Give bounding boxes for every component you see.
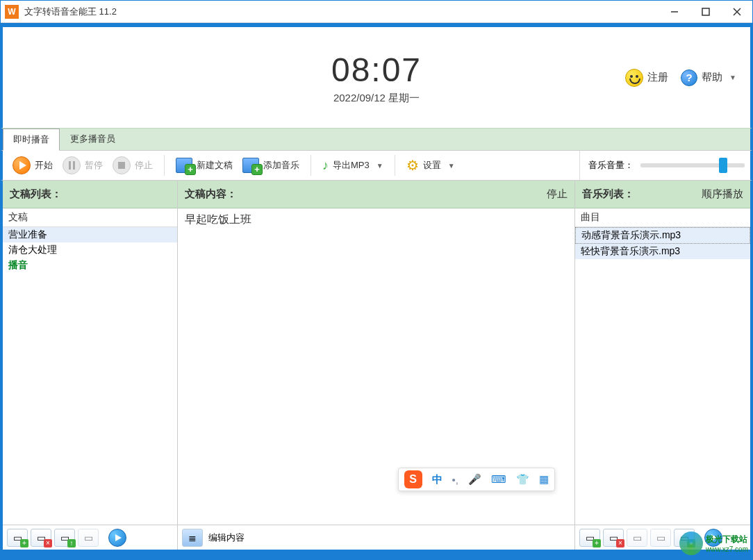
note-icon: ♪: [322, 158, 329, 173]
doc-list-toolbar: ▭+ ▭× ▭↑ ▭: [3, 525, 177, 550]
content-toolbar: ≣ 编辑内容: [178, 525, 574, 550]
content-area[interactable]: 早起吃饭上班 S 中 •, 🎤 ⌨ 👕 ▦: [178, 208, 574, 525]
register-label: 注册: [647, 71, 668, 84]
music-mode[interactable]: 顺序播放: [702, 188, 743, 201]
smiley-icon: [625, 69, 643, 87]
ime-grid-icon[interactable]: ▦: [539, 473, 549, 486]
bottom-border: [1, 550, 752, 559]
export-label: 导出MP3: [333, 159, 370, 172]
doc-col-header[interactable]: 文稿: [3, 208, 177, 227]
content-panel: 文稿内容： 停止 早起吃饭上班 S 中 •, 🎤 ⌨ 👕 ▦ ≣ 编辑内容: [178, 181, 575, 550]
gear-icon: ⚙: [406, 157, 419, 174]
music-toolbar: ▭+ ▭× ▭ ▭ ▭●: [575, 525, 750, 550]
ime-keyboard-icon[interactable]: ⌨: [491, 473, 506, 486]
ime-lang[interactable]: 中: [432, 473, 442, 486]
stop-button[interactable]: 停止: [108, 154, 157, 177]
settings-label: 设置: [423, 159, 441, 172]
chevron-down-icon: ▼: [729, 74, 736, 81]
help-icon: ?: [681, 69, 697, 86]
content-header: 文稿内容： 停止: [178, 181, 574, 208]
music-del-button[interactable]: ▭×: [603, 529, 624, 547]
doc-down-button[interactable]: ▭: [78, 529, 99, 547]
register-button[interactable]: 注册: [625, 69, 668, 87]
content-status: 停止: [547, 188, 568, 201]
list-item[interactable]: 动感背景音乐演示.mp3: [575, 227, 750, 244]
close-button[interactable]: [721, 1, 752, 22]
ime-shirt-icon[interactable]: 👕: [516, 473, 529, 486]
music-add-button[interactable]: ▭+: [579, 529, 600, 547]
clock: 08:07 2022/09/12 星期一: [331, 51, 422, 105]
music-title: 音乐列表：: [582, 188, 634, 201]
list-item[interactable]: 营业准备: [3, 227, 177, 242]
music-play-button[interactable]: [704, 529, 722, 547]
stop-icon: [113, 156, 131, 174]
add-music-icon: [242, 158, 259, 173]
doc-list: 文稿 营业准备 清仓大处理 播音: [3, 208, 177, 525]
help-label: 帮助: [702, 71, 722, 84]
doc-up-button[interactable]: ▭↑: [54, 529, 75, 547]
volume-control: 音乐音量：: [579, 151, 745, 180]
doc-list-title: 文稿列表：: [10, 188, 62, 201]
tab-bar: 即时播音 更多播音员: [1, 128, 752, 150]
minimize-button[interactable]: [659, 1, 690, 22]
pause-button[interactable]: 暂停: [58, 154, 107, 177]
ime-punct-icon[interactable]: •,: [452, 474, 458, 486]
toolbar: 开始 暂停 停止 新建文稿 添加音乐 ♪: [1, 150, 752, 181]
start-button[interactable]: 开始: [8, 154, 57, 177]
doc-list-header: 文稿列表：: [3, 181, 177, 208]
pause-label: 暂停: [85, 159, 103, 172]
svg-rect-1: [702, 8, 709, 15]
new-doc-icon: [176, 158, 192, 173]
volume-label: 音乐音量：: [588, 159, 634, 172]
ime-bar[interactable]: S 中 •, 🎤 ⌨ 👕 ▦: [398, 468, 555, 491]
help-button[interactable]: ? 帮助 ▼: [681, 69, 736, 86]
header: 08:07 2022/09/12 星期一 注册 ? 帮助 ▼: [1, 27, 752, 128]
stop-label: 停止: [135, 159, 153, 172]
export-mp3-button[interactable]: ♪ 导出MP3 ▼: [318, 156, 388, 176]
app-window: W 文字转语音全能王 11.2 08:07 2022/09/12 星期一 注册: [0, 0, 753, 560]
edit-icon[interactable]: ≣: [182, 529, 203, 547]
doc-list-panel: 文稿列表： 文稿 营业准备 清仓大处理 播音 ▭+ ▭× ▭↑ ▭: [3, 181, 178, 550]
list-item[interactable]: 播音: [3, 258, 177, 273]
play-icon: [13, 156, 31, 174]
new-doc-button[interactable]: 新建文稿: [172, 155, 237, 176]
settings-button[interactable]: ⚙ 设置 ▼: [402, 154, 459, 176]
content-text: 早起吃饭上班: [185, 213, 251, 225]
clock-date: 2022/09/12 星期一: [331, 92, 422, 105]
music-header: 音乐列表： 顺序播放: [575, 181, 750, 208]
music-col-header[interactable]: 曲目: [575, 208, 750, 227]
list-item[interactable]: 轻快背景音乐演示.mp3: [575, 244, 750, 259]
music-up-button[interactable]: ▭: [627, 529, 647, 547]
clock-time: 08:07: [331, 51, 422, 89]
content-title: 文稿内容：: [185, 188, 237, 201]
add-music-label: 添加音乐: [263, 159, 299, 172]
pause-icon: [63, 156, 81, 174]
ime-mic-icon[interactable]: 🎤: [468, 473, 481, 486]
maximize-button[interactable]: [690, 1, 721, 22]
doc-del-button[interactable]: ▭×: [31, 529, 51, 547]
chevron-down-icon[interactable]: ▼: [448, 162, 455, 170]
main-panels: 文稿列表： 文稿 营业准备 清仓大处理 播音 ▭+ ▭× ▭↑ ▭ 文稿内容： …: [1, 181, 752, 550]
add-music-button[interactable]: 添加音乐: [238, 155, 304, 176]
music-extra-button[interactable]: ▭●: [674, 529, 695, 547]
doc-add-button[interactable]: ▭+: [7, 529, 28, 547]
app-icon: W: [5, 5, 19, 19]
ime-logo-icon: S: [404, 470, 422, 488]
music-down-button[interactable]: ▭: [650, 529, 671, 547]
tab-instant-broadcast[interactable]: 即时播音: [3, 129, 60, 151]
chevron-down-icon[interactable]: ▼: [376, 162, 383, 170]
doc-play-button[interactable]: [108, 529, 126, 547]
window-title: 文字转语音全能王 11.2: [24, 6, 117, 18]
music-list: 曲目 动感背景音乐演示.mp3 轻快背景音乐演示.mp3: [575, 208, 750, 525]
titlebar: W 文字转语音全能王 11.2: [1, 1, 752, 23]
volume-slider[interactable]: [640, 163, 745, 167]
edit-content-label[interactable]: 编辑内容: [208, 532, 245, 544]
music-panel: 音乐列表： 顺序播放 曲目 动感背景音乐演示.mp3 轻快背景音乐演示.mp3 …: [575, 181, 750, 550]
new-doc-label: 新建文稿: [197, 159, 233, 172]
list-item[interactable]: 清仓大处理: [3, 242, 177, 258]
tab-more-voices[interactable]: 更多播音员: [60, 128, 126, 150]
slider-thumb[interactable]: [719, 158, 727, 173]
start-label: 开始: [35, 159, 53, 172]
